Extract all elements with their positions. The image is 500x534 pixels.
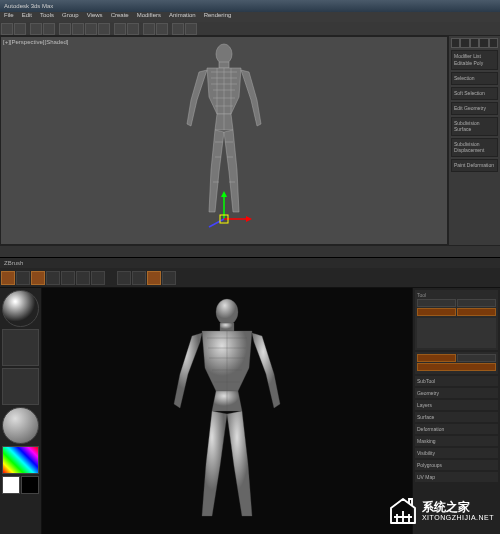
menu-tools[interactable]: Tools (40, 12, 54, 22)
zadd-button[interactable] (147, 271, 161, 285)
transform-gizmo[interactable] (194, 189, 254, 229)
svg-marker-20 (246, 216, 252, 222)
display-tab[interactable] (489, 38, 498, 48)
modifier-item[interactable]: Editable Poly (454, 60, 495, 66)
rgb-button[interactable] (132, 271, 146, 285)
divide-button[interactable] (417, 354, 456, 362)
mirror-button[interactable] (143, 23, 155, 35)
masking-section[interactable]: Masking (417, 438, 496, 444)
subtool-section[interactable]: SubTool (417, 378, 496, 384)
modifier-list[interactable]: Modifier List Editable Poly (451, 50, 498, 70)
zb-toolbar (0, 268, 500, 288)
layers-section[interactable]: Layers (417, 402, 496, 408)
dynamesh-button[interactable] (417, 363, 496, 371)
quicksave-button[interactable] (16, 271, 30, 285)
menu-views[interactable]: Views (87, 12, 103, 22)
menu-group[interactable]: Group (62, 12, 79, 22)
svg-marker-18 (221, 191, 227, 197)
watermark-text-cn: 系统之家 (422, 501, 494, 514)
draw-button[interactable] (46, 271, 60, 285)
deformation-section[interactable]: Deformation (417, 426, 496, 432)
panel-section[interactable]: Selection (454, 75, 495, 81)
move-button[interactable] (72, 23, 84, 35)
panel-section[interactable]: Edit Geometry (454, 105, 495, 111)
scale-button[interactable] (76, 271, 90, 285)
panel-section[interactable]: Paint Deformation (454, 162, 495, 168)
angle-snap-button[interactable] (127, 23, 139, 35)
hierarchy-tab[interactable] (470, 38, 479, 48)
svg-point-23 (216, 299, 238, 325)
motion-tab[interactable] (479, 38, 488, 48)
menu-file[interactable]: File (4, 12, 14, 22)
visibility-section[interactable]: Visibility (417, 450, 496, 456)
del-lower-button[interactable] (457, 354, 496, 362)
background-color[interactable] (21, 476, 39, 494)
menu-modifiers[interactable]: Modifiers (137, 12, 161, 22)
svg-point-0 (216, 44, 232, 64)
menu-edit[interactable]: Edit (22, 12, 32, 22)
scale-button[interactable] (98, 23, 110, 35)
undo-button[interactable] (1, 23, 13, 35)
load-tool-button[interactable] (417, 299, 456, 307)
stroke-icon[interactable] (2, 329, 39, 366)
redo-button[interactable] (14, 23, 26, 35)
rotate-button[interactable] (85, 23, 97, 35)
modify-tab[interactable] (460, 38, 469, 48)
surface-section[interactable]: Surface (417, 414, 496, 420)
alpha-icon[interactable] (2, 368, 39, 405)
panel-section[interactable]: Soft Selection (454, 90, 495, 96)
export-button[interactable] (457, 308, 496, 316)
brush-icon[interactable] (2, 290, 39, 327)
mrgb-button[interactable] (117, 271, 131, 285)
link-button[interactable] (30, 23, 42, 35)
move-button[interactable] (61, 271, 75, 285)
rotate-button[interactable] (91, 271, 105, 285)
menu-animation[interactable]: Animation (169, 12, 196, 22)
edit-button[interactable] (31, 271, 45, 285)
select-button[interactable] (59, 23, 71, 35)
max-toolbar (0, 22, 500, 36)
zsub-button[interactable] (162, 271, 176, 285)
zb-titlebar[interactable]: ZBrush (0, 258, 500, 268)
foreground-color[interactable] (2, 476, 20, 494)
material-editor-button[interactable] (172, 23, 184, 35)
max-title: Autodesk 3ds Max (4, 3, 53, 9)
snap-button[interactable] (114, 23, 126, 35)
max-menubar: File Edit Tools Group Views Create Modif… (0, 12, 500, 22)
panel-section[interactable]: Subdivision Displacement (454, 141, 495, 153)
render-button[interactable] (185, 23, 197, 35)
watermark: 系统之家 XITONGZHIJIA.NET (388, 496, 494, 526)
max-window: Autodesk 3ds Max File Edit Tools Group V… (0, 0, 500, 258)
material-icon[interactable] (2, 407, 39, 444)
polygroups-section[interactable]: Polygroups (417, 462, 496, 468)
geometry-section[interactable]: Geometry (417, 390, 496, 396)
zb-left-tray (0, 288, 42, 534)
unlink-button[interactable] (43, 23, 55, 35)
zbrush-window: ZBrush (0, 258, 500, 534)
uvmap-section[interactable]: UV Map (417, 474, 496, 480)
import-button[interactable] (417, 308, 456, 316)
max-viewport[interactable]: [+][Perspective][Shaded] (0, 36, 448, 245)
house-logo-icon (388, 496, 418, 526)
tool-title: Tool (417, 292, 496, 298)
max-titlebar[interactable]: Autodesk 3ds Max (0, 0, 500, 12)
lightbox-button[interactable] (1, 271, 15, 285)
svg-rect-1 (219, 62, 229, 68)
tool-thumbnail[interactable] (417, 318, 496, 348)
viewport-label[interactable]: [+][Perspective][Shaded] (3, 39, 69, 45)
menu-create[interactable]: Create (111, 12, 129, 22)
panel-section[interactable]: Subdivision Surface (454, 120, 495, 132)
max-statusbar (0, 245, 500, 257)
menu-rendering[interactable]: Rendering (204, 12, 232, 22)
align-button[interactable] (156, 23, 168, 35)
modifier-title: Modifier List (454, 53, 495, 59)
human-sculpt-model[interactable] (152, 296, 302, 526)
create-tab[interactable] (451, 38, 460, 48)
command-panel: Modifier List Editable Poly Selection So… (448, 36, 500, 245)
save-as-button[interactable] (457, 299, 496, 307)
zb-canvas[interactable] (42, 288, 412, 534)
color-picker[interactable] (2, 446, 39, 474)
zb-title: ZBrush (4, 260, 23, 266)
watermark-url: XITONGZHIJIA.NET (422, 514, 494, 522)
